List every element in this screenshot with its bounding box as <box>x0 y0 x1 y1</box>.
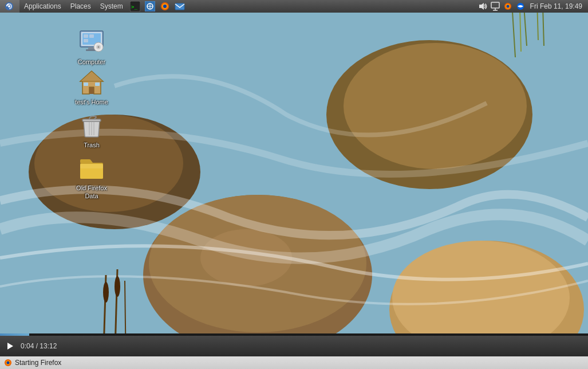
svg-marker-53 <box>80 71 103 81</box>
home-icon-label: test's Home <box>73 97 110 107</box>
trash-icon <box>78 112 105 139</box>
trash-desktop-icon[interactable]: Trash <box>69 112 115 150</box>
volume-tray-icon[interactable] <box>477 1 488 11</box>
system-menu[interactable]: System <box>96 0 128 13</box>
taskbar-email-btn[interactable] <box>172 0 187 13</box>
email-icon <box>175 1 185 11</box>
time-display: 0:04 / 13:12 <box>21 342 57 350</box>
taskbar: Applications Places System >_ <box>0 0 588 13</box>
svg-rect-47 <box>89 34 94 38</box>
firefox-tray-icon[interactable] <box>503 1 513 11</box>
svg-point-31 <box>163 5 167 8</box>
taskbar-right: Fri Feb 11, 19:49 <box>477 1 588 11</box>
svg-rect-55 <box>84 83 88 86</box>
taskbar-browser-btn[interactable] <box>143 0 157 13</box>
svg-point-22 <box>8 5 10 7</box>
svg-rect-48 <box>84 39 88 42</box>
svg-rect-60 <box>82 119 101 121</box>
bottom-bar: 0:04 / 13:12 <box>0 333 588 356</box>
applications-menu[interactable]: Applications <box>19 0 66 13</box>
svg-point-39 <box>506 5 509 8</box>
status-message: Starting Firefox <box>15 359 61 367</box>
svg-rect-34 <box>491 2 499 8</box>
svg-rect-32 <box>175 3 184 10</box>
clock: Fri Feb 11, 19:49 <box>528 2 585 10</box>
svg-point-67 <box>7 362 10 364</box>
fedora-logo-btn[interactable] <box>0 0 19 13</box>
progress-bar-fill <box>0 333 29 336</box>
progress-bar-container[interactable] <box>0 333 588 336</box>
svg-rect-63 <box>80 164 103 168</box>
home-desktop-icon[interactable]: test's Home <box>69 69 115 107</box>
fedora-icon <box>5 2 14 11</box>
firefox-status-icon <box>3 358 13 367</box>
bottom-controls: 0:04 / 13:12 <box>0 336 588 356</box>
svg-rect-46 <box>84 34 88 38</box>
svg-rect-54 <box>89 87 94 94</box>
thunderbird-icon <box>516 2 525 11</box>
play-button[interactable] <box>5 340 16 352</box>
status-bar: Starting Firefox <box>0 356 588 369</box>
terminal-icon: >_ <box>130 1 140 11</box>
svg-rect-56 <box>95 83 100 86</box>
firefox-taskbar-icon <box>160 1 170 11</box>
svg-marker-64 <box>7 343 13 350</box>
old-firefox-icon-label: Old Firefox Data <box>69 183 115 201</box>
trash-icon-label: Trash <box>82 140 101 150</box>
old-firefox-desktop-icon[interactable]: Old Firefox Data <box>69 155 115 201</box>
svg-point-15 <box>115 276 120 297</box>
firefox-tray-icon-img <box>503 2 512 11</box>
svg-marker-33 <box>479 3 484 10</box>
taskbar-terminal-btn[interactable]: >_ <box>128 0 143 13</box>
svg-point-51 <box>98 46 100 48</box>
computer-icon <box>78 29 105 56</box>
home-icon <box>78 69 105 96</box>
folder-icon <box>78 155 105 182</box>
computer-icon-label: Computer <box>76 57 107 66</box>
browser-icon <box>145 1 155 11</box>
network-icon <box>491 2 500 11</box>
mail-tray-icon[interactable] <box>515 1 526 11</box>
svg-point-14 <box>103 282 109 303</box>
taskbar-firefox-btn[interactable] <box>157 0 172 13</box>
svg-point-6 <box>344 43 527 169</box>
taskbar-left: Applications Places System >_ <box>0 0 187 13</box>
svg-text:>_: >_ <box>131 4 137 10</box>
computer-desktop-icon[interactable]: Computer <box>69 29 115 66</box>
play-icon <box>6 341 15 351</box>
network-tray-icon[interactable] <box>490 1 500 11</box>
places-menu[interactable]: Places <box>66 0 96 13</box>
volume-icon <box>478 2 487 11</box>
